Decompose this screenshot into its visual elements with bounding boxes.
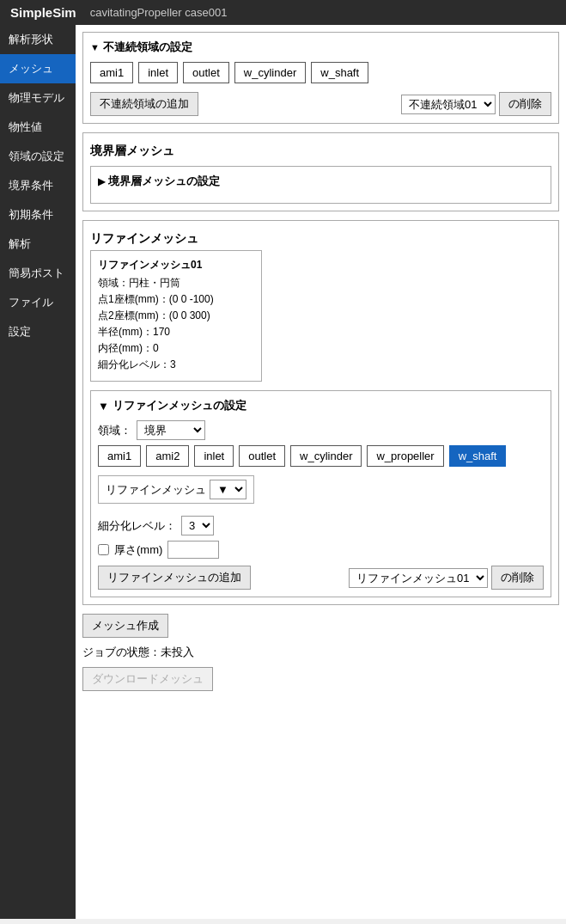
discontinuous-section-title: 不連続領域の設定: [103, 40, 192, 55]
sidebar-item-initial-conditions[interactable]: 初期条件: [0, 200, 76, 229]
refine-card-point1: 点1座標(mm)：(0 0 -100): [98, 292, 254, 307]
tag-ami1[interactable]: ami1: [90, 62, 133, 83]
refine-card-domain: 領域：円柱・円筒: [98, 276, 254, 291]
refine-delete-controls: リファインメッシュ01 の削除: [349, 566, 544, 590]
refine-mesh-type-select[interactable]: ▼: [210, 480, 246, 499]
refine-mesh-type-select-wrapper: リファインメッシュ ▼: [98, 475, 254, 504]
job-status: ジョブの状態：未投入: [82, 645, 559, 660]
refine-tag-list: ami1 ami2 inlet outlet w_cylinder w_prop…: [98, 445, 544, 467]
refine-tag-inlet[interactable]: inlet: [194, 445, 234, 467]
sidebar-item-mesh[interactable]: メッシュ: [0, 54, 76, 83]
sidebar-item-boundary-conditions[interactable]: 境界条件: [0, 171, 76, 200]
delete-refine-button[interactable]: の削除: [491, 566, 544, 590]
refine-settings-header: ▼ リファインメッシュの設定: [98, 398, 544, 413]
tag-w-shaft[interactable]: w_shaft: [311, 62, 368, 83]
domain-field-row: 領域： 境界 内部: [98, 420, 544, 440]
sidebar-item-material[interactable]: 物性値: [0, 113, 76, 142]
delete-discontinuous-button[interactable]: の削除: [499, 92, 551, 116]
sidebar-item-analysis-shape[interactable]: 解析形状: [0, 25, 76, 54]
refinement-level-select[interactable]: 3 1 2 4 5: [181, 516, 214, 535]
discontinuous-arrow-icon: ▼: [90, 42, 100, 52]
thickness-label: 厚さ(mm): [114, 542, 162, 558]
download-mesh-button[interactable]: ダウンロードメッシュ: [82, 667, 213, 691]
refine-tag-w-cylinder[interactable]: w_cylinder: [290, 445, 362, 467]
discontinuous-delete-controls: 不連続領域01 の削除: [401, 92, 551, 116]
discontinuous-section-header: ▼ 不連続領域の設定: [90, 40, 551, 55]
header: SimpleSim cavitatingPropeller case001: [0, 0, 566, 25]
sidebar: 解析形状 メッシュ 物理モデル 物性値 領域の設定 境界条件 初期条件 解析 簡…: [0, 25, 76, 919]
add-refine-button[interactable]: リファインメッシュの追加: [98, 566, 251, 590]
refine-tag-w-shaft[interactable]: w_shaft: [449, 445, 507, 467]
refine-card-inner-radius: 内径(mm)：0: [98, 341, 254, 356]
refine-mesh-select[interactable]: リファインメッシュ01: [349, 568, 488, 588]
boundary-layer-arrow-icon: ▶: [98, 176, 105, 187]
boundary-layer-section: 境界層メッシュ ▶ 境界層メッシュの設定: [82, 132, 559, 211]
sidebar-item-settings[interactable]: 設定: [0, 317, 76, 346]
thickness-row: 厚さ(mm): [98, 541, 544, 559]
refine-tag-outlet[interactable]: outlet: [239, 445, 285, 467]
domain-select[interactable]: 境界 内部: [137, 420, 205, 440]
refine-settings: ▼ リファインメッシュの設定 領域： 境界 内部 ami1 ami2 inlet: [90, 390, 551, 597]
add-discontinuous-button[interactable]: 不連続領域の追加: [90, 92, 198, 116]
discontinuous-tag-list: ami1 inlet outlet w_cylinder w_shaft: [90, 62, 551, 83]
discontinuous-controls: 不連続領域の追加 不連続領域01 の削除: [90, 92, 551, 116]
tag-w-cylinder[interactable]: w_cylinder: [234, 62, 306, 83]
refine-tag-w-propeller[interactable]: w_propeller: [367, 445, 443, 467]
sidebar-item-file[interactable]: ファイル: [0, 288, 76, 317]
refine-card-refinement: 細分化レベル：3: [98, 358, 254, 372]
app-title: SimpleSim: [10, 5, 76, 20]
sidebar-item-simple-post[interactable]: 簡易ポスト: [0, 259, 76, 288]
boundary-layer-inner-title: 境界層メッシュの設定: [108, 174, 220, 189]
refine-card-title: リファインメッシュ01: [98, 258, 254, 272]
discontinuous-domain-select[interactable]: 不連続領域01: [401, 95, 496, 114]
boundary-layer-inner: ▶ 境界層メッシュの設定: [90, 166, 551, 204]
refine-card-point2: 点2座標(mm)：(0 0 300): [98, 309, 254, 323]
refinement-level-label: 細分化レベル：: [98, 518, 176, 534]
main-content: ▼ 不連続領域の設定 ami1 inlet outlet w_cylinder …: [76, 25, 566, 919]
domain-label: 領域：: [98, 423, 131, 438]
thickness-input[interactable]: [167, 541, 219, 559]
refine-controls: リファインメッシュの追加 リファインメッシュ01 の削除: [98, 566, 544, 590]
discontinuous-domain-section: ▼ 不連続領域の設定 ami1 inlet outlet w_cylinder …: [82, 32, 559, 124]
tag-inlet[interactable]: inlet: [138, 62, 178, 83]
bottom-section: メッシュ作成 ジョブの状態：未投入 ダウンロードメッシュ: [82, 614, 559, 691]
boundary-layer-inner-header: ▶ 境界層メッシュの設定: [98, 174, 544, 189]
refine-card-radius: 半径(mm)：170: [98, 325, 254, 340]
refine-settings-arrow-icon: ▼: [98, 400, 109, 413]
sidebar-item-domain-settings[interactable]: 領域の設定: [0, 142, 76, 171]
refine-tag-ami2[interactable]: ami2: [146, 445, 189, 467]
refine-mesh-dropdown-row: リファインメッシュ ▼: [98, 475, 544, 511]
thickness-checkbox[interactable]: [98, 544, 109, 555]
tag-outlet[interactable]: outlet: [183, 62, 229, 83]
sidebar-item-analysis[interactable]: 解析: [0, 229, 76, 259]
refine-settings-title-text: リファインメッシュの設定: [113, 398, 246, 413]
boundary-layer-outer-title: 境界層メッシュ: [90, 140, 551, 162]
refine-mesh-outer-title: リファインメッシュ: [90, 228, 551, 250]
refine-mesh-card: リファインメッシュ01 領域：円柱・円筒 点1座標(mm)：(0 0 -100)…: [90, 250, 262, 382]
refinement-level-row: 細分化レベル： 3 1 2 4 5: [98, 516, 544, 535]
refine-tag-ami1[interactable]: ami1: [98, 445, 141, 467]
project-name: cavitatingPropeller case001: [90, 6, 228, 19]
create-mesh-button[interactable]: メッシュ作成: [82, 614, 168, 638]
refine-mesh-section: リファインメッシュ リファインメッシュ01 領域：円柱・円筒 点1座標(mm)：…: [82, 220, 559, 605]
sidebar-item-physics-model[interactable]: 物理モデル: [0, 83, 76, 113]
refine-mesh-type-label: リファインメッシュ: [106, 482, 206, 498]
